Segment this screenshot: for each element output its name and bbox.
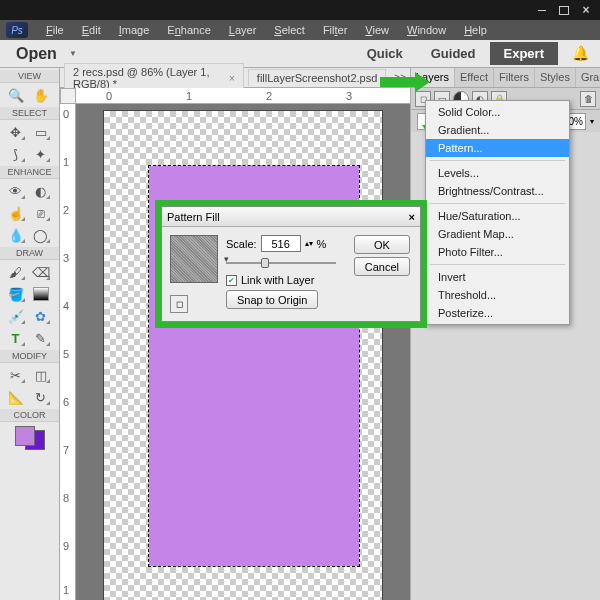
enhance-section-label: ENHANCE (0, 166, 59, 179)
ctx-levels[interactable]: Levels... (426, 164, 569, 182)
crop-tool-icon[interactable]: ✂ (4, 365, 27, 385)
open-dropdown-icon[interactable]: ▼ (69, 49, 77, 58)
ruler-vertical[interactable]: 0 1 2 3 4 5 6 7 8 9 1 (60, 104, 76, 600)
scale-stepper-icon[interactable]: ▴▾ (305, 239, 313, 248)
ruler-v-tick: 0 (63, 108, 69, 120)
redeye-tool-icon[interactable]: 👁 (4, 181, 27, 201)
ruler-v-tick: 3 (63, 252, 69, 264)
menu-bar: Ps File Edit Image Enhance Layer Select … (0, 20, 600, 40)
panel-tab-effects[interactable]: Effect (455, 68, 494, 87)
tools-panel: VIEW 🔍 ✋ SELECT ✥ ▭ ⟆ ✦ ENHANCE 👁 ◐ ☝ ⎚ … (0, 68, 60, 600)
straighten-tool-icon[interactable]: 📐 (4, 387, 27, 407)
panel-tab-graphics[interactable]: Graph (576, 68, 600, 87)
panel-tab-layers[interactable]: Layers (411, 68, 455, 87)
menu-image[interactable]: Image (111, 22, 158, 38)
pattern-preview[interactable] (170, 235, 218, 283)
ruler-v-tick: 7 (63, 444, 69, 456)
opacity-dropdown-icon[interactable]: ▾ (590, 117, 594, 126)
ok-button[interactable]: OK (354, 235, 410, 254)
ctx-pattern[interactable]: Pattern... (426, 139, 569, 157)
ctx-hue-saturation[interactable]: Hue/Saturation... (426, 207, 569, 225)
mode-guided[interactable]: Guided (417, 42, 490, 65)
menu-layer[interactable]: Layer (221, 22, 265, 38)
marquee-tool-icon[interactable]: ▭ (29, 122, 52, 142)
blur-tool-icon[interactable]: 💧 (4, 225, 27, 245)
move-tool-icon[interactable]: ✥ (4, 122, 27, 142)
menu-window[interactable]: Window (399, 22, 454, 38)
clone-stamp-icon[interactable]: ⎚ (29, 203, 52, 223)
ctx-posterize[interactable]: Posterize... (426, 304, 569, 322)
snap-to-origin-button[interactable]: Snap to Origin (226, 290, 318, 309)
ruler-v-tick: 9 (63, 540, 69, 552)
scale-slider[interactable] (226, 256, 336, 270)
select-section-label: SELECT (0, 107, 59, 120)
gradient-tool-icon[interactable] (29, 284, 52, 304)
pencil-tool-icon[interactable]: ✎ (29, 328, 52, 348)
ctx-gradient-map[interactable]: Gradient Map... (426, 225, 569, 243)
dialog-close-icon[interactable]: × (409, 211, 415, 223)
open-button[interactable]: Open (10, 43, 63, 65)
menu-separator (430, 203, 565, 204)
doc-tab-1-close-icon[interactable]: × (229, 73, 235, 84)
panel-tab-styles[interactable]: Styles (535, 68, 576, 87)
eyedropper-icon[interactable]: 💉 (4, 306, 27, 326)
brush-tool-icon[interactable]: 🖌 (4, 262, 27, 282)
link-with-layer-checkbox[interactable]: ✔ (226, 275, 237, 286)
ctx-brightness[interactable]: Brightness/Contrast... (426, 182, 569, 200)
ruler-origin[interactable] (60, 88, 76, 104)
ctx-photo-filter[interactable]: Photo Filter... (426, 243, 569, 261)
zoom-tool-icon[interactable]: 🔍 (4, 85, 27, 105)
doc-tabs-more-icon[interactable]: >> (394, 72, 406, 83)
ruler-v-tick: 1 (63, 584, 69, 596)
modify-section-label: MODIFY (0, 350, 59, 363)
doc-tab-2-label: fillLayerScreenshot2.psd (257, 72, 377, 84)
mode-expert[interactable]: Expert (490, 42, 558, 65)
window-minimize[interactable] (532, 3, 552, 17)
recompose-tool-icon[interactable]: ◫ (29, 365, 52, 385)
menu-edit[interactable]: Edit (74, 22, 109, 38)
cancel-button[interactable]: Cancel (354, 257, 410, 276)
ruler-v-tick: 5 (63, 348, 69, 360)
paint-bucket-icon[interactable]: 🪣 (4, 284, 27, 304)
ctx-invert[interactable]: Invert (426, 268, 569, 286)
shape-tool-icon[interactable]: ✿ (29, 306, 52, 326)
ruler-horizontal[interactable]: 0 1 2 3 (76, 88, 410, 104)
ruler-v-tick: 8 (63, 492, 69, 504)
menu-file[interactable]: File (38, 22, 72, 38)
mode-quick[interactable]: Quick (353, 42, 417, 65)
ctx-threshold[interactable]: Threshold... (426, 286, 569, 304)
doc-tab-2[interactable]: fillLayerScreenshot2.psd (248, 69, 386, 86)
menu-help[interactable]: Help (456, 22, 495, 38)
menu-select[interactable]: Select (266, 22, 313, 38)
app-logo: Ps (6, 22, 28, 38)
window-maximize[interactable] (554, 3, 574, 17)
spot-heal-icon[interactable]: ◐ (29, 181, 52, 201)
color-swatch[interactable] (15, 426, 45, 450)
type-tool-icon[interactable]: T (4, 328, 27, 348)
ruler-h-tick: 1 (186, 90, 192, 102)
notification-icon[interactable]: 🔔 (572, 45, 590, 63)
lasso-tool-icon[interactable]: ⟆ (4, 144, 27, 164)
link-with-layer-label: Link with Layer (241, 274, 314, 286)
scale-input[interactable] (261, 235, 301, 252)
hand-tool-icon[interactable]: ✋ (29, 85, 52, 105)
canvas[interactable] (103, 110, 383, 600)
window-close[interactable]: × (576, 3, 596, 17)
wand-tool-icon[interactable]: ✦ (29, 144, 52, 164)
draw-section-label: DRAW (0, 247, 59, 260)
eraser-tool-icon[interactable]: ⌫ (29, 262, 52, 282)
doc-tab-1-label: 2 recs.psd @ 86% (Layer 1, RGB/8) * (73, 66, 224, 90)
content-move-icon[interactable]: ↻ (29, 387, 52, 407)
sponge-tool-icon[interactable]: ◯ (29, 225, 52, 245)
ruler-v-tick: 6 (63, 396, 69, 408)
ctx-solid-color[interactable]: Solid Color... (426, 103, 569, 121)
menu-enhance[interactable]: Enhance (159, 22, 218, 38)
smudge-tool-icon[interactable]: ☝ (4, 203, 27, 223)
ctx-gradient[interactable]: Gradient... (426, 121, 569, 139)
panel-tab-filters[interactable]: Filters (494, 68, 535, 87)
delete-layer-icon[interactable]: 🗑 (580, 91, 596, 107)
snap-origin-icon[interactable]: ◻ (170, 295, 188, 313)
menu-view[interactable]: View (357, 22, 397, 38)
foreground-color-swatch[interactable] (15, 426, 35, 446)
menu-filter[interactable]: Filter (315, 22, 355, 38)
